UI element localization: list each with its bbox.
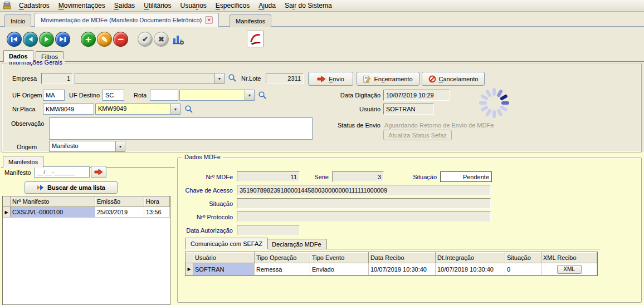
next-record-icon: [44, 36, 50, 42]
rota-combo[interactable]: ▼: [179, 90, 255, 101]
table-row[interactable]: ▶ CXS/JVL-0000100 25/03/2019 13:56: [3, 207, 170, 218]
menu-usuarios[interactable]: Usuários: [175, 0, 211, 11]
usuario-label: Usuário: [326, 106, 380, 113]
tab-declaracao-mdfe[interactable]: Declaração MDFe: [266, 239, 327, 249]
encerramento-button[interactable]: Encerramento: [357, 72, 419, 86]
check-icon: ✔: [142, 35, 148, 43]
table-row[interactable]: ▶ SOFTRAN Remessa Enviado 10/07/2019 10:…: [186, 263, 597, 276]
menu-ajuda[interactable]: Ajuda: [254, 0, 280, 11]
chave-acesso-field: 3519078982391800014458003000000011111100…: [237, 185, 491, 195]
nr-placa-combo[interactable]: KMW9049 ▼: [95, 104, 180, 115]
chevron-down-icon[interactable]: ▼: [170, 104, 180, 114]
tab-comunicacao-sefaz[interactable]: Comunicação com SEFAZ: [185, 238, 268, 249]
col-tipo-operacao[interactable]: Tipo Operação: [255, 252, 310, 263]
edit-record-button[interactable]: ✎: [97, 32, 112, 47]
tab-manifestos-panel[interactable]: Manifestos: [3, 156, 43, 168]
tab-manifestos-doc[interactable]: Manifestos: [230, 14, 271, 27]
add-record-button[interactable]: +: [81, 32, 96, 47]
spinner-icon: [477, 86, 511, 120]
menu-especificos[interactable]: Específicos: [211, 0, 254, 11]
document-pencil-icon: [363, 75, 371, 83]
col-tipo-evento[interactable]: Tipo Evento: [310, 252, 369, 263]
menu-sair-do-sistema[interactable]: Sair do Sistema: [280, 0, 336, 11]
row-indicator-icon: ▶: [186, 263, 193, 276]
manifesto-send-button[interactable]: [91, 166, 106, 178]
nr-placa-input[interactable]: [43, 104, 94, 115]
atualiza-status-sefaz-button[interactable]: Atualiza Status Sefaz: [383, 130, 452, 140]
confirm-button[interactable]: ✔: [138, 32, 153, 47]
status-envio-value: Aguardando Retorno de Envio de MDFe: [384, 122, 494, 129]
empresa-combo[interactable]: ▼: [75, 73, 225, 84]
origem-combo[interactable]: Manifesto ▼: [49, 141, 125, 152]
send-arrow-icon: [94, 169, 103, 175]
situacao-field: Pendente: [440, 171, 492, 182]
delete-record-button[interactable]: −: [113, 32, 128, 47]
col-dt-integracao[interactable]: Dt.Integração: [436, 252, 505, 263]
goto-list-icon: [37, 184, 45, 191]
close-tab-icon[interactable]: ✕: [205, 16, 213, 24]
previous-record-icon: [28, 36, 33, 42]
manifesto-mask-input[interactable]: [34, 166, 90, 178]
empresa-field: 1: [41, 73, 73, 84]
chevron-down-icon[interactable]: ▼: [214, 73, 224, 83]
col-data-recibo[interactable]: Data Recibo: [369, 252, 436, 263]
situacao2-field: [237, 198, 491, 209]
uf-origem-input[interactable]: [43, 90, 65, 101]
cell-tipo-operacao[interactable]: Remessa: [255, 263, 310, 276]
serie-field: 3: [332, 171, 384, 182]
col-emissao[interactable]: Emissão: [95, 196, 144, 207]
loading-spinner: [477, 86, 511, 120]
uf-destino-input[interactable]: [103, 90, 124, 101]
cancelamento-button[interactable]: Cancelamento: [422, 72, 485, 86]
nr-mdfe-field: 11: [237, 171, 300, 182]
cancel-button[interactable]: ✖: [154, 32, 169, 47]
cell-situacao[interactable]: 0: [505, 263, 541, 276]
cell-dt-integracao[interactable]: 10/07/2019 10:30:40: [436, 263, 505, 276]
cell-usuario[interactable]: SOFTRAN: [193, 263, 255, 276]
observacao-textarea[interactable]: [49, 117, 313, 140]
report-chart-button[interactable]: [172, 33, 185, 46]
buscar-de-uma-lista-button[interactable]: Buscar de uma lista: [25, 181, 118, 194]
col-hora[interactable]: Hora: [144, 196, 170, 207]
cell-data-recibo[interactable]: 10/07/2019 10:30:40: [369, 263, 436, 276]
first-record-icon: [11, 36, 18, 42]
menu-cadastros[interactable]: Cadastros: [14, 0, 54, 11]
first-record-button[interactable]: [7, 32, 22, 47]
chevron-down-icon[interactable]: ▼: [245, 90, 254, 100]
menu-movimentacoes[interactable]: Movimentações: [54, 0, 110, 11]
nr-placa-label: Nr.Placa: [12, 106, 36, 113]
rota-search-button[interactable]: [258, 91, 267, 100]
last-record-icon: [59, 36, 66, 42]
xml-button[interactable]: XML: [557, 265, 582, 274]
chevron-down-icon[interactable]: ▼: [115, 141, 125, 151]
cell-emissao[interactable]: 25/03/2019: [95, 207, 144, 218]
placa-search-button[interactable]: [184, 105, 193, 114]
manifesto-label: Manifesto: [4, 169, 31, 176]
cell-nr-manifesto[interactable]: CXS/JVL-0000100: [11, 207, 95, 218]
page-tab-divider: [0, 61, 644, 62]
previous-record-button[interactable]: [23, 32, 38, 47]
nr-protocolo-label: Nrº Protocolo: [184, 214, 233, 221]
last-record-button[interactable]: [55, 32, 70, 47]
col-usuario[interactable]: Usuário: [193, 252, 255, 263]
nrlote-field: 2311: [266, 73, 304, 84]
col-nr-manifesto[interactable]: Nrº Manifesto: [11, 196, 95, 207]
menu-utilitarios[interactable]: Utilitários: [139, 0, 175, 11]
envio-button[interactable]: Envio: [308, 72, 353, 86]
tab-dados[interactable]: Dados: [3, 50, 33, 62]
data-autorizacao-field: [237, 225, 300, 235]
grid-empty-area: [3, 218, 170, 304]
col-situacao[interactable]: Situação: [505, 252, 541, 263]
cell-hora[interactable]: 13:56: [144, 207, 170, 218]
rota-input[interactable]: [150, 90, 178, 101]
tab-movimentacao-mdfe[interactable]: Movimentação de MDFe (Manifesto Document…: [35, 13, 219, 27]
cell-tipo-evento[interactable]: Enviado: [310, 263, 369, 276]
menu-saidas[interactable]: Saídas: [110, 0, 139, 11]
next-record-button[interactable]: [39, 32, 54, 47]
groupbox-title: Dados MDFe: [182, 154, 223, 160]
app-icon: [2, 1, 12, 10]
empresa-label: Empresa: [12, 75, 37, 82]
col-xml-recibo[interactable]: XML Recibo: [541, 252, 597, 263]
tab-inicio[interactable]: Início: [4, 14, 31, 27]
empresa-search-button[interactable]: [228, 73, 237, 82]
